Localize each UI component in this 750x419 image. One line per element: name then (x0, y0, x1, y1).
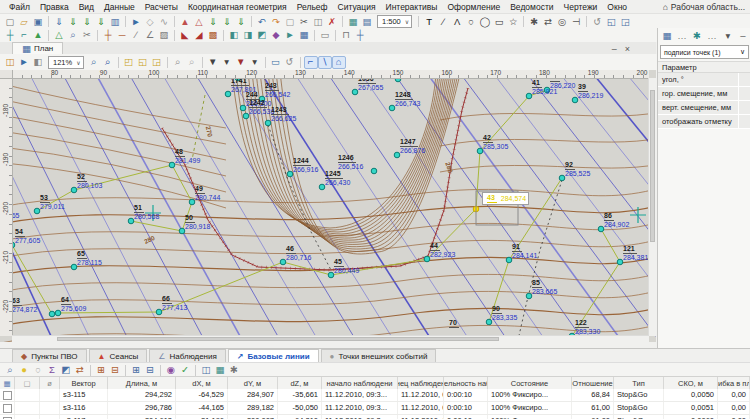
map-point-63[interactable] (49, 311, 55, 317)
map-point-1246[interactable] (371, 168, 377, 174)
map-point-53[interactable] (34, 208, 40, 214)
map-point-51[interactable] (128, 218, 134, 224)
edit-node-icon[interactable]: ◇ (143, 15, 157, 28)
map-point-1247[interactable] (394, 152, 400, 158)
group-off-icon[interactable]: ⊟ (108, 364, 122, 377)
link-on-icon[interactable]: ⊞ (129, 364, 143, 377)
panel-dropdown-icon[interactable]: ▾ (721, 30, 735, 43)
pane-right-icon[interactable]: ◲ (618, 15, 632, 28)
edit-line-icon[interactable]: ∿ (157, 15, 171, 28)
menu-item[interactable]: Вид (74, 2, 99, 12)
map-point-66[interactable] (156, 309, 162, 315)
workspace-mode-icon[interactable]: ◫ (3, 56, 17, 69)
export-dxf-icon[interactable]: ⇓ (220, 15, 234, 28)
hatch-tool-icon[interactable]: ▨ (157, 29, 171, 42)
tab-active[interactable]: ↗Базовые линии (228, 349, 319, 363)
map-point-44[interactable] (424, 256, 430, 262)
map-point-65[interactable] (71, 264, 77, 270)
import-table-icon[interactable]: ▥ (108, 15, 122, 28)
h-scroll-thumb[interactable] (57, 337, 499, 341)
tab-item[interactable]: ▲Сеансы (89, 349, 148, 363)
layer-new-icon[interactable]: ◰ (122, 56, 136, 69)
find-icon[interactable]: ⌕ (3, 364, 17, 377)
window-icon[interactable]: ◫ (199, 364, 213, 377)
zoom-select[interactable]: 121%∨ (48, 56, 84, 69)
menu-item[interactable]: Интерактивы (381, 2, 443, 12)
tab-plan[interactable]: ▦ План (12, 42, 63, 54)
delete-point-icon[interactable]: ─ (115, 29, 129, 42)
snap-tool-icon[interactable]: ⊣ (569, 15, 583, 28)
menu-item[interactable]: Окно (602, 2, 632, 12)
continue-line-icon[interactable]: ⌐ (17, 29, 31, 42)
profile-tool-icon[interactable]: ⊓ (339, 29, 353, 42)
zoom-out-icon[interactable]: ⌕ (87, 56, 101, 69)
pointer-select-icon[interactable]: ► (17, 56, 31, 69)
map-point-92[interactable] (559, 175, 565, 181)
scale-select[interactable]: 1:500∨ (377, 15, 412, 28)
refresh-view-icon[interactable]: ↺ (283, 56, 297, 69)
recolor-region-icon[interactable]: ▩ (206, 29, 220, 42)
zoom-in-icon[interactable]: ⌕ (101, 56, 115, 69)
table-row[interactable]: s3-115294,292-64,529284,907-35,66111.12.… (0, 389, 750, 402)
ungroup-points-icon[interactable]: ◨ (241, 29, 255, 42)
map-point-121[interactable] (617, 259, 623, 265)
map-point-48[interactable] (169, 162, 175, 168)
bulb-on-icon[interactable]: ● (17, 364, 31, 377)
import-station-icon[interactable]: ⇓ (52, 15, 66, 28)
fill-region-1-icon[interactable]: ◣ (178, 29, 192, 42)
point-labels-dropdown[interactable]: подписи точек (1) ∨ (660, 45, 749, 59)
grid-icon[interactable]: ▦ (213, 364, 227, 377)
import-xyz-icon[interactable]: ⇓ (94, 15, 108, 28)
draw-polygon-icon[interactable]: ☆ (506, 15, 520, 28)
select-frame-icon[interactable]: ▭ (269, 56, 283, 69)
map-point-39[interactable] (572, 97, 578, 103)
filter-clear-icon[interactable]: ▼ (234, 56, 248, 69)
pointer-tool-icon[interactable]: ► (129, 15, 143, 28)
group-edit-icon[interactable]: ◩ (255, 29, 269, 42)
table-row[interactable]: s3-116296,786-44,165289,182-50,05011.12.… (0, 402, 750, 415)
edit-surface-icon[interactable]: △ (52, 29, 66, 42)
import-points-2-icon[interactable]: △ (192, 15, 206, 28)
slope-tool-icon[interactable]: ∠ (143, 29, 157, 42)
map-point-41[interactable] (526, 93, 532, 99)
map-point-1245[interactable] (319, 184, 325, 190)
export-mif-icon[interactable]: ⇓ (234, 15, 248, 28)
fill-region-2-icon[interactable]: ◢ (192, 29, 206, 42)
workspace-button[interactable]: ⌂ Рабочая область... (663, 2, 750, 12)
symbols-tool-icon[interactable]: ✱ (527, 15, 541, 28)
map-point-243[interactable] (259, 96, 265, 102)
sum-icon[interactable]: Σ (45, 364, 59, 377)
measure-area-icon[interactable]: ⌂ (332, 56, 346, 69)
menu-item[interactable]: Ведомости (505, 2, 558, 12)
frame-tool-icon[interactable]: ▭ (318, 29, 332, 42)
layers-tool-icon[interactable]: ▦ (297, 29, 311, 42)
sphere-icon[interactable]: ◉ (164, 364, 178, 377)
map-point-1243[interactable] (265, 120, 271, 126)
parameter-row[interactable]: отображать отметку (658, 115, 750, 129)
map-point-1248[interactable] (389, 105, 395, 111)
move-frame-icon[interactable]: ┼ (353, 29, 367, 42)
menu-item[interactable]: Оформление (442, 2, 505, 12)
add-points-icon[interactable]: ┼ (3, 29, 17, 42)
menu-item[interactable]: Правка (35, 2, 74, 12)
menu-item[interactable]: Координатная геометрия (183, 2, 292, 12)
panel-grid-icon[interactable]: ▦ (660, 30, 674, 43)
parameter-value[interactable] (738, 101, 750, 114)
panel-tools-icon[interactable]: ✱ (690, 30, 704, 43)
map-point-40[interactable] (544, 87, 550, 93)
new-document-icon[interactable]: ▢ (3, 15, 17, 28)
parameter-value[interactable] (738, 73, 750, 86)
map-point-244[interactable] (240, 105, 246, 111)
export-xml-icon[interactable]: ⇓ (206, 15, 220, 28)
link-off-icon[interactable]: ⊟ (143, 364, 157, 377)
region-tool-icon[interactable]: ◎ (555, 15, 569, 28)
filter-icon[interactable]: ▼ (206, 56, 220, 69)
menu-item[interactable]: Данные (99, 2, 140, 12)
import-dxf-icon[interactable]: ⇓ (80, 15, 94, 28)
tab-item[interactable]: ◆Пункты ПВО (12, 349, 87, 363)
close-button[interactable]: × (625, 44, 630, 54)
save-project-icon[interactable]: ▣ (31, 15, 45, 28)
map-point-90[interactable] (486, 319, 492, 325)
pan-mode-icon[interactable]: ◧ (31, 56, 45, 69)
group-points-icon[interactable]: ◧ (227, 29, 241, 42)
